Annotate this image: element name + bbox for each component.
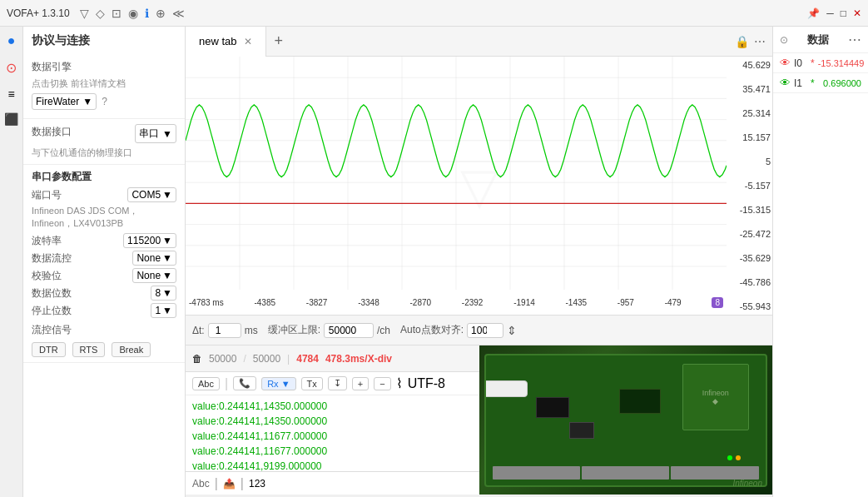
interface-type-select[interactable]: 串口 ▼ (135, 124, 176, 143)
engine-select[interactable]: FireWater ▼ (32, 93, 97, 110)
serial-config-heading: 串口参数配置 (32, 170, 176, 184)
tab-add-button[interactable]: + (266, 32, 292, 50)
right-panel-icon: ⊙ (780, 34, 788, 46)
icon-camera[interactable]: ◉ (128, 7, 138, 20)
close-btn[interactable]: ✕ (853, 7, 861, 19)
wave-icon: ⌇ (396, 375, 403, 391)
flow-select[interactable]: None ▼ (132, 251, 176, 266)
tabbar-lock-icon[interactable]: 🔒 (735, 35, 749, 48)
sidebar-section-serial: 串口参数配置 端口号 COM5 ▼ Infineon DAS JDS COM，I… (23, 165, 185, 363)
dtr-button[interactable]: DTR (32, 342, 66, 357)
auto-align-label: Auto点数对齐: (400, 323, 464, 337)
x-axis: -4783 ms -4385 -3827 -3348 -2870 -2392 -… (186, 290, 727, 315)
auto-align-spinner[interactable]: ⇕ (507, 324, 517, 337)
format-abc-btn[interactable]: Abc (192, 377, 220, 390)
databits-select[interactable]: 8 ▼ (151, 286, 176, 301)
buffer-input[interactable] (324, 323, 374, 338)
pin-icon[interactable]: 📌 (807, 7, 820, 19)
parity-dropdown-icon: ▼ (162, 270, 172, 281)
format-phone-btn[interactable]: 📞 (233, 376, 256, 390)
delta-t-unit: ms (245, 325, 258, 336)
buffer-control: 缓冲区上限: /ch (268, 323, 390, 338)
rx-btn[interactable]: Rx ▼ (261, 377, 295, 390)
y-label-10: -55.943 (728, 301, 771, 311)
buffer-unit: /ch (377, 325, 390, 336)
terminal-content[interactable]: value:0.244141,14350.000000 value:0.2441… (186, 395, 479, 471)
plus-btn[interactable]: + (352, 377, 369, 390)
input-send-icon[interactable]: 📤 (223, 478, 236, 490)
flow-row: 数据流控 None ▼ (32, 251, 176, 266)
interface-type-value: 串口 (139, 127, 159, 141)
titlebar: VOFA+ 1.3.10 ▽ ◇ ⊡ ◉ ℹ ⊕ ≪ 📌 ─ □ ✕ (0, 0, 868, 27)
progress-highlight: 4784 (296, 353, 319, 365)
y-label-5: -5.157 (728, 181, 771, 191)
icon-triangle[interactable]: ▽ (80, 7, 89, 20)
port-row: 端口号 COM5 ▼ (32, 187, 176, 202)
minimize-btn[interactable]: ─ (826, 7, 834, 19)
nav-icon-display[interactable]: ⬛ (4, 112, 18, 126)
x-label-2: -3827 (306, 298, 328, 307)
content-area: new tab ✕ + 🔒 ⋯ ▽ (186, 27, 772, 497)
x-label-7: -1435 (566, 298, 588, 307)
stopbits-select[interactable]: 1 ▼ (151, 303, 176, 318)
x-label-5: -2392 (462, 298, 484, 307)
icon-info[interactable]: ℹ (145, 7, 149, 20)
y-label-2: 25.314 (728, 108, 771, 118)
y-label-0: 45.629 (728, 60, 771, 70)
divider-2: | (287, 353, 290, 365)
databits-value: 8 (155, 287, 161, 299)
x-label-1: -4385 (254, 298, 275, 307)
term-line-2: value:0.244141,11677.000000 (192, 429, 473, 444)
stopbits-value: 1 (155, 305, 161, 316)
term-line-4: value:0.244141,9199.000000 (192, 459, 473, 471)
nav-icon-list[interactable]: ≡ (7, 87, 14, 101)
terminal-main: 🗑 50000 / 50000 | 4784 478.3ms/X-div Abc… (186, 345, 479, 495)
auto-align-input[interactable] (467, 323, 503, 338)
chart-wrapper[interactable]: ▽ (186, 57, 772, 315)
icon-collapse[interactable]: ≪ (172, 7, 185, 20)
engine-sublabel: 点击切换 前往详情文档 (32, 77, 176, 90)
nav-icon-record[interactable]: ⊙ (6, 60, 17, 76)
interface-sublabel: 与下位机通信的物理接口 (32, 147, 176, 159)
delta-t-control: Δt: ms (192, 323, 258, 338)
delta-t-input[interactable] (208, 323, 241, 338)
ch-eye-i1[interactable]: 👁 (780, 77, 791, 89)
right-panel-title: 数据 (807, 32, 829, 47)
databits-row: 数据位数 8 ▼ (32, 286, 176, 301)
format-toolbar: Abc | 📞 Rx ▼ Tx ↧ + − ⌇ UTF-8 (186, 372, 479, 395)
break-button[interactable]: Break (112, 342, 151, 357)
nav-icon-connect[interactable]: ● (7, 33, 16, 48)
y-label-9: -45.786 (728, 277, 771, 287)
maximize-btn[interactable]: □ (841, 7, 846, 19)
rts-button[interactable]: RTS (72, 342, 106, 357)
icon-wifi[interactable]: ⊕ (156, 7, 166, 20)
ch-value-i0: -15.314449 (818, 58, 865, 68)
sidebar-section-engine: 数据引擎 点击切换 前往详情文档 FireWater ▼ ? (23, 55, 185, 119)
icon-record[interactable]: ⊡ (112, 7, 122, 20)
tabbar-more-icon[interactable]: ⋯ (754, 35, 766, 48)
port-select[interactable]: COM5 ▼ (127, 187, 176, 202)
ch-label-i1: I1 (794, 77, 807, 89)
baud-select[interactable]: 115200 ▼ (123, 233, 176, 248)
icon-diamond[interactable]: ◇ (96, 7, 105, 20)
clear-icon[interactable]: 🗑 (192, 353, 202, 365)
x-scroll-badge[interactable]: 8 (712, 297, 723, 308)
channel-row-i0: 👁 I0 * -15.314449 (773, 53, 868, 73)
baud-dropdown-icon: ▼ (162, 235, 172, 246)
format-arrow-btn[interactable]: ↧ (328, 376, 347, 390)
engine-help-icon[interactable]: ? (102, 96, 107, 107)
tab-close-icon[interactable]: ✕ (244, 36, 252, 47)
baud-label: 波特率 (32, 234, 62, 248)
ch-eye-i0[interactable]: 👁 (780, 57, 791, 69)
interface-label: 数据接口 (32, 125, 72, 139)
tx-btn[interactable]: Tx (301, 377, 323, 390)
terminal-input[interactable] (249, 478, 473, 490)
minus-btn[interactable]: − (374, 377, 390, 390)
parity-select[interactable]: None ▼ (132, 268, 176, 283)
right-panel-more[interactable]: ⋯ (848, 32, 861, 47)
parity-row: 校验位 None ▼ (32, 268, 176, 283)
y-label-1: 35.471 (728, 84, 771, 94)
tab-new[interactable]: new tab ✕ (186, 27, 266, 57)
port-value: COM5 (131, 189, 161, 201)
window-controls: 📌 ─ □ ✕ (807, 7, 861, 19)
